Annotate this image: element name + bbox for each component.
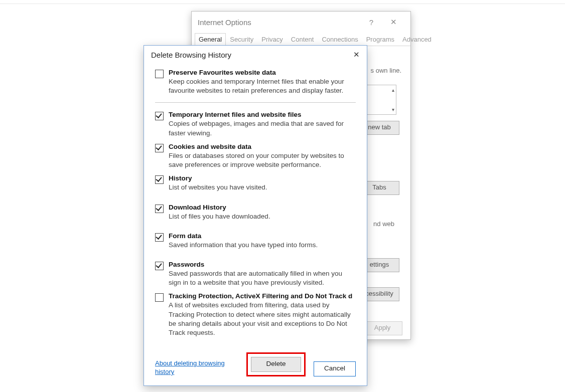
tab-connections[interactable]: Connections bbox=[318, 33, 362, 46]
tab-advanced[interactable]: Advanced bbox=[398, 33, 436, 46]
io-title: Internet Options bbox=[198, 18, 360, 27]
checkbox-temp-files[interactable] bbox=[155, 112, 164, 120]
checkbox-cookies[interactable] bbox=[155, 144, 164, 152]
tab-privacy[interactable]: Privacy bbox=[257, 33, 287, 46]
dbh-footer: About deleting browsing history Delete C… bbox=[155, 352, 356, 376]
io-titlebar: Internet Options ? ✕ bbox=[192, 12, 410, 33]
delete-browsing-history-dialog: Delete Browsing History ✕ Preserve Favou… bbox=[144, 45, 367, 386]
scroll-down-icon[interactable]: ▾ bbox=[392, 107, 394, 112]
option-desc: List of files you have downloaded. bbox=[169, 212, 356, 221]
io-fragment-text: s own line. bbox=[371, 67, 401, 74]
help-icon[interactable]: ? bbox=[360, 18, 382, 27]
io-tabs: General Security Privacy Content Connect… bbox=[192, 33, 410, 46]
checkbox-preserve-favourites[interactable] bbox=[155, 70, 164, 78]
dbh-body: Preserve Favourites website data Keep co… bbox=[144, 64, 367, 337]
option-tracking-protection[interactable]: Tracking Protection, ActiveX Filtering a… bbox=[155, 292, 356, 337]
close-icon[interactable]: ✕ bbox=[382, 18, 404, 27]
checkbox-passwords[interactable] bbox=[155, 262, 164, 270]
cancel-button[interactable]: Cancel bbox=[314, 361, 356, 376]
option-desc: Copies of webpages, images and media tha… bbox=[169, 119, 356, 137]
scroll-up-icon[interactable]: ▴ bbox=[392, 87, 394, 93]
checkbox-history[interactable] bbox=[155, 175, 164, 184]
separator bbox=[155, 102, 356, 103]
option-label: Tracking Protection, ActiveX Filtering a… bbox=[169, 292, 356, 300]
option-desc: Saved information that you have typed in… bbox=[169, 241, 356, 250]
tab-programs[interactable]: Programs bbox=[362, 33, 398, 46]
io-fragment-text-2: nd web bbox=[373, 220, 394, 228]
option-label: Passwords bbox=[169, 261, 356, 268]
dbh-titlebar: Delete Browsing History ✕ bbox=[144, 46, 367, 64]
tab-security[interactable]: Security bbox=[226, 33, 257, 46]
tab-content[interactable]: Content bbox=[287, 33, 318, 46]
page-divider bbox=[0, 3, 565, 4]
option-desc: Saved passwords that are automatically f… bbox=[169, 269, 356, 287]
io-homepage-list[interactable]: ▴ ▾ bbox=[364, 85, 396, 115]
option-desc: Keep cookies and temporary Internet file… bbox=[169, 77, 356, 95]
option-label: History bbox=[169, 174, 356, 182]
close-icon[interactable]: ✕ bbox=[350, 50, 360, 59]
option-label: Form data bbox=[169, 232, 356, 240]
option-label: Cookies and website data bbox=[169, 143, 356, 150]
about-deleting-link[interactable]: About deleting browsing history bbox=[155, 359, 230, 376]
checkbox-download-history[interactable] bbox=[155, 205, 164, 213]
tab-general[interactable]: General bbox=[195, 33, 226, 46]
io-apply-button[interactable]: Apply bbox=[362, 321, 402, 335]
option-label: Download History bbox=[169, 204, 356, 211]
option-label: Preserve Favourites website data bbox=[169, 69, 356, 76]
option-passwords[interactable]: Passwords Saved passwords that are autom… bbox=[155, 261, 356, 287]
option-download-history[interactable]: Download History List of files you have … bbox=[155, 204, 356, 221]
option-preserve-favourites[interactable]: Preserve Favourites website data Keep co… bbox=[155, 69, 356, 95]
delete-highlight: Delete bbox=[246, 352, 306, 376]
option-desc: A list of websites excluded from filteri… bbox=[169, 301, 356, 337]
option-cookies[interactable]: Cookies and website data Files or databa… bbox=[155, 143, 356, 169]
option-desc: List of websites you have visited. bbox=[169, 183, 356, 192]
option-label: Temporary Internet files and website fil… bbox=[169, 111, 356, 118]
delete-button[interactable]: Delete bbox=[251, 357, 301, 372]
option-desc: Files or databases stored on your comput… bbox=[169, 151, 356, 169]
checkbox-tracking-protection[interactable] bbox=[155, 293, 164, 302]
dbh-title: Delete Browsing History bbox=[151, 51, 350, 59]
option-form-data[interactable]: Form data Saved information that you hav… bbox=[155, 232, 356, 250]
checkbox-form-data[interactable] bbox=[155, 233, 164, 242]
option-history[interactable]: History List of websites you have visite… bbox=[155, 174, 356, 192]
option-temp-files[interactable]: Temporary Internet files and website fil… bbox=[155, 111, 356, 137]
